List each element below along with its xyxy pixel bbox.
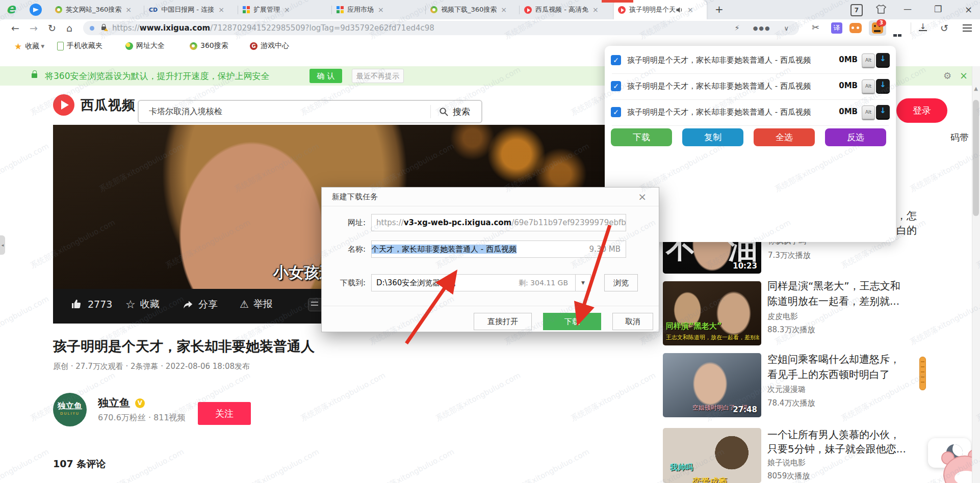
video-downloader-extension-icon[interactable]: 3 bbox=[869, 20, 886, 36]
like-button[interactable]: 2773 bbox=[70, 298, 112, 310]
related-video-thumb-4[interactable]: 我帅吗 恋爱成瘾 bbox=[663, 428, 761, 483]
download-item-row[interactable]: ✓ 孩子明明是个天才，家长却非要她装普通人 - 西瓜视频 0MB Alt ↓ bbox=[605, 73, 896, 99]
bookmark-360-search[interactable]: 360搜索 bbox=[190, 41, 228, 50]
download-item-row[interactable]: ✓ 孩子明明是个天才，家长却非要她装普通人 - 西瓜视频 0MB Alt ↓ bbox=[605, 47, 896, 73]
game-center-icon[interactable] bbox=[849, 23, 862, 33]
tab-close-icon[interactable]: × bbox=[218, 6, 224, 14]
scissors-icon[interactable]: ✂ bbox=[812, 22, 819, 33]
download-key-button[interactable]: ↓ bbox=[876, 79, 890, 93]
thumbs-up-icon bbox=[70, 298, 83, 310]
popup-download-button[interactable]: 下载 bbox=[611, 128, 672, 146]
new-tab-button[interactable]: + bbox=[715, 3, 724, 15]
download-item-row[interactable]: ✓ 孩子明明是个天才，家长却非要她装普通人 - 西瓜视频 0MB Alt ↓ bbox=[605, 99, 896, 125]
menu-icon[interactable] bbox=[963, 24, 972, 25]
gear-icon[interactable]: ⚙ bbox=[943, 70, 951, 81]
name-input[interactable]: 个天才，家长却非要她装普通人 - 西瓜视频 9.30 MB bbox=[371, 240, 626, 258]
notice-close-icon[interactable]: × bbox=[960, 70, 968, 81]
bookmark-game-center[interactable]: G 游戏中心 bbox=[250, 41, 289, 50]
related-title[interactable]: 只要5分钟，妹子就会跟他恋... bbox=[767, 442, 906, 456]
bookmark-phone-folder[interactable]: 手机收藏夹 bbox=[57, 41, 102, 50]
related-title[interactable]: 空姐问乘客喝什么却遭怒斥， bbox=[767, 353, 900, 366]
search-button[interactable]: 搜索 bbox=[453, 106, 470, 118]
pinned-site-icon[interactable] bbox=[30, 4, 42, 16]
author-name[interactable]: 独立鱼 bbox=[98, 396, 130, 410]
download-key-button[interactable]: ↓ bbox=[876, 53, 890, 67]
author-avatar[interactable]: 独立鱼 DULIYU bbox=[53, 393, 87, 426]
chevron-down-icon[interactable]: ∨ bbox=[784, 24, 789, 32]
tab-close-icon[interactable]: × bbox=[501, 6, 507, 14]
bookmark-site-directory[interactable]: 网址大全 bbox=[125, 41, 165, 50]
site-info-icon[interactable] bbox=[90, 26, 94, 31]
tab-active[interactable]: 孩子明明是个天 × bbox=[614, 0, 707, 19]
downloads-icon[interactable]: ↓ bbox=[919, 23, 927, 31]
download-key-button[interactable]: ↓ bbox=[876, 105, 890, 119]
cancel-button[interactable]: 取消 bbox=[612, 313, 653, 330]
checkbox-checked[interactable]: ✓ bbox=[611, 55, 621, 65]
related-title[interactable]: 陈道明放在一起看，差别就... bbox=[767, 294, 899, 308]
checkbox-checked[interactable]: ✓ bbox=[611, 107, 621, 117]
back-icon[interactable]: ← bbox=[11, 22, 19, 34]
window-close-button[interactable]: × bbox=[965, 4, 972, 15]
related-title[interactable]: 看见手上的东西顿时明白了 bbox=[767, 368, 890, 382]
destination-dropdown-icon[interactable]: ▼ bbox=[575, 275, 590, 291]
related-author[interactable]: 次元漫漫璐 bbox=[767, 385, 806, 394]
related-title[interactable]: 一个让所有男人羡慕的小伙， bbox=[767, 428, 900, 442]
window-minimize-button[interactable]: — bbox=[904, 4, 912, 14]
popup-copy-button[interactable]: 复制 bbox=[682, 128, 743, 146]
side-panel-handle[interactable]: ◂ bbox=[0, 235, 5, 255]
tab-5[interactable]: 视频下载_360搜索 × bbox=[426, 0, 518, 19]
related-video-thumb-2[interactable]: 同样演“黑老大” 王志文和陈道明，放在一起看，差别就出来了2 bbox=[663, 281, 761, 345]
destination-input[interactable]: D:\360安全浏览器下载 剩: 304.11 GB ▼ bbox=[371, 274, 591, 291]
undo-restore-icon[interactable]: ↺ bbox=[940, 22, 948, 34]
search-input[interactable]: 卡塔尔取消入境核检 bbox=[149, 106, 430, 117]
related-title[interactable]: 同样是演“黑老大”，王志文和 bbox=[767, 279, 900, 293]
scrollbar-up-icon[interactable]: ▲ bbox=[972, 86, 979, 91]
site-logo[interactable]: 西瓜视频 bbox=[53, 94, 136, 116]
address-bar[interactable]: https://www.ixigua.com/71287029415229855… bbox=[83, 21, 799, 35]
favorite-button[interactable]: ☆ 收藏 bbox=[125, 298, 160, 311]
browse-button[interactable]: 浏览 bbox=[604, 274, 638, 291]
tab-close-icon[interactable]: × bbox=[378, 6, 384, 14]
lock-warning-icon[interactable] bbox=[101, 26, 106, 30]
restore-tabs-button[interactable]: 7 bbox=[850, 4, 863, 16]
refresh-icon[interactable]: ↻ bbox=[48, 22, 56, 34]
translate-icon[interactable]: 译 bbox=[831, 22, 842, 34]
bookmark-favorites[interactable]: ★ 收藏 ▼ bbox=[14, 41, 44, 51]
related-author[interactable]: 娘子说电影 bbox=[767, 458, 806, 468]
scrollbar-thumb[interactable] bbox=[973, 100, 979, 216]
related-author[interactable]: 皮皮电影 bbox=[767, 312, 798, 321]
report-button[interactable]: ⚠ 举报 bbox=[240, 298, 273, 311]
url-input[interactable]: https://v3-xg-web-pc.ixigua.com/69e7b11b… bbox=[371, 214, 626, 231]
home-icon[interactable]: ⌂ bbox=[66, 22, 72, 34]
tab-2[interactable]: CD 中国日报网 - 连接 × bbox=[145, 0, 237, 19]
tab-3[interactable]: 扩展管理 × bbox=[239, 0, 330, 19]
forward-icon[interactable]: → bbox=[30, 22, 38, 34]
tab-6[interactable]: 西瓜视频 - 高清免 × bbox=[520, 0, 612, 19]
url-text[interactable]: https://www.ixigua.com/71287029415229855… bbox=[112, 23, 434, 33]
tab-audio-icon[interactable] bbox=[676, 7, 683, 13]
tab-4[interactable]: 应用市场 × bbox=[332, 0, 424, 19]
follow-button[interactable]: 关注 bbox=[198, 402, 251, 425]
tab-close-icon[interactable]: × bbox=[592, 6, 599, 14]
related-video-thumb-3[interactable]: 空姐顿时明白了一切 27:48 bbox=[663, 353, 761, 417]
dialog-download-button[interactable]: 下载 bbox=[543, 313, 601, 330]
tab-1[interactable]: 英文网站_360搜索 × bbox=[51, 0, 143, 19]
login-button[interactable]: 登录 bbox=[896, 98, 947, 123]
popup-invert-button[interactable]: 反选 bbox=[825, 128, 886, 146]
popup-select-all-button[interactable]: 全选 bbox=[754, 128, 815, 146]
open-directly-button[interactable]: 直接打开 bbox=[474, 313, 532, 330]
confirm-button[interactable]: 确 认 bbox=[310, 69, 342, 83]
skin-theme-icon[interactable] bbox=[875, 4, 887, 14]
tab-close-icon[interactable]: × bbox=[125, 6, 132, 14]
more-dots-icon[interactable]: ●●● bbox=[753, 25, 771, 32]
search-box[interactable]: 卡塔尔取消入境核检 搜索 bbox=[138, 100, 482, 123]
browser-logo-icon[interactable]: e bbox=[6, 2, 15, 15]
window-maximize-button[interactable]: ❐ bbox=[934, 4, 942, 14]
checkbox-checked[interactable]: ✓ bbox=[611, 81, 621, 91]
tab-close-icon[interactable]: × bbox=[284, 6, 290, 14]
dont-remind-button[interactable]: 最近不再提示 bbox=[352, 69, 404, 83]
tab-close-icon[interactable]: × bbox=[687, 6, 693, 14]
share-button[interactable]: 分享 bbox=[183, 298, 218, 311]
dialog-close-icon[interactable]: × bbox=[638, 191, 647, 203]
lightning-icon[interactable]: ⚡ bbox=[734, 23, 740, 33]
